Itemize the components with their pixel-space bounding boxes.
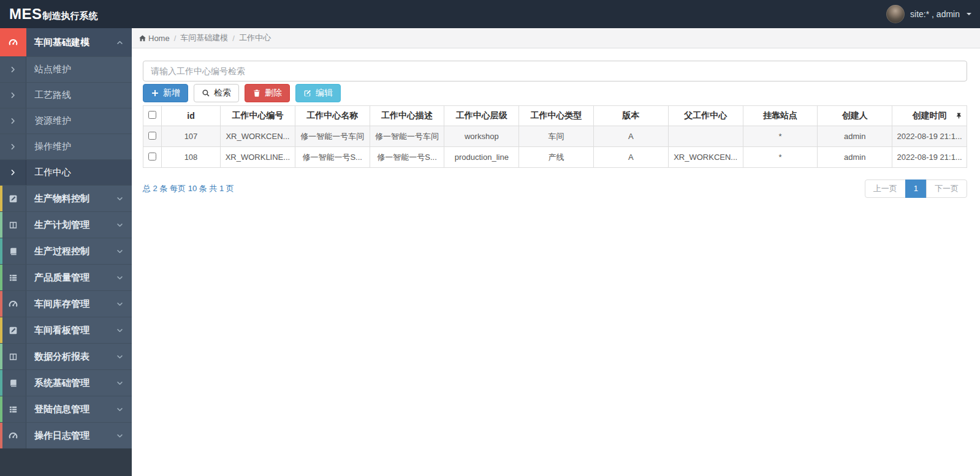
th-list-icon bbox=[0, 396, 26, 422]
toolbar: 新增 检索 删除 编辑 bbox=[143, 84, 967, 102]
chevron-down-icon bbox=[116, 265, 132, 290]
user-label: site:* , admin bbox=[910, 9, 960, 19]
breadcrumb-item-module[interactable]: 车间基础建模 bbox=[180, 32, 228, 43]
column-header[interactable]: 创建时间 bbox=[892, 106, 967, 126]
add-button[interactable]: 新增 bbox=[143, 84, 188, 102]
sidebar-group-product-quality-management[interactable]: 产品质量管理 bbox=[0, 264, 132, 290]
sidebar-group-workshop-kanban-management[interactable]: 车间看板管理 bbox=[0, 317, 132, 343]
brand-logo[interactable]: MES 制造执行系统 bbox=[9, 6, 98, 23]
table-cell: workshop bbox=[444, 126, 519, 147]
sidebar-group-label: 系统基础管理 bbox=[26, 370, 116, 396]
sidebar-group-system-basic-management[interactable]: 系统基础管理 bbox=[0, 369, 132, 396]
chevron-down-icon bbox=[116, 396, 132, 422]
work-center-table: id工作中心编号工作中心名称工作中心描述工作中心层级工作中心类型版本父工作中心挂… bbox=[143, 105, 967, 168]
table-cell: * bbox=[743, 126, 818, 147]
add-button-label: 新增 bbox=[163, 88, 180, 99]
prev-page-button[interactable]: 上一页 bbox=[865, 179, 906, 198]
column-header[interactable]: 工作中心类型 bbox=[519, 106, 594, 126]
sidebar-group-label: 生产计划管理 bbox=[26, 212, 116, 238]
sidebar-item-label: 工作中心 bbox=[26, 160, 132, 185]
search-input[interactable] bbox=[143, 61, 967, 81]
user-menu[interactable]: site:* , admin bbox=[886, 5, 971, 23]
select-all-checkbox[interactable] bbox=[148, 111, 156, 119]
sidebar-group-data-analysis-report[interactable]: 数据分析报表 bbox=[0, 343, 132, 369]
table-cell: 修一智能一号车间 bbox=[370, 126, 444, 147]
row-checkbox[interactable] bbox=[148, 132, 156, 140]
breadcrumb-home-link[interactable]: Home bbox=[139, 34, 170, 43]
book-icon bbox=[0, 370, 26, 396]
chevron-right-icon bbox=[0, 57, 26, 82]
group-color-strip bbox=[0, 423, 2, 448]
chevron-down-icon bbox=[116, 423, 132, 448]
sidebar-item-label: 站点维护 bbox=[26, 57, 132, 82]
tachometer-icon bbox=[0, 291, 26, 317]
table-cell bbox=[668, 126, 743, 147]
edit-icon bbox=[303, 89, 312, 97]
sidebar-group-login-info-management[interactable]: 登陆信息管理 bbox=[0, 396, 132, 422]
edit-button-label: 编辑 bbox=[316, 88, 333, 99]
top-bar: MES 制造执行系统 site:* , admin bbox=[0, 0, 980, 28]
sidebar-group-label: 产品质量管理 bbox=[26, 265, 116, 290]
table-cell: A bbox=[593, 126, 668, 147]
sidebar-item-label: 资源维护 bbox=[26, 108, 132, 134]
group-color-strip bbox=[0, 370, 2, 396]
column-header[interactable]: 工作中心编号 bbox=[221, 106, 295, 126]
column-header[interactable]: 挂靠站点 bbox=[743, 106, 818, 126]
delete-button[interactable]: 删除 bbox=[245, 84, 290, 102]
column-header-label: 工作中心编号 bbox=[232, 110, 283, 120]
sidebar-item-site-maintenance[interactable]: 站点维护 bbox=[0, 56, 132, 82]
sidebar-item-work-center[interactable]: 工作中心 bbox=[0, 159, 132, 185]
chevron-right-icon bbox=[0, 83, 26, 108]
sidebar-item-label: 工艺路线 bbox=[26, 83, 132, 108]
row-checkbox-cell bbox=[143, 126, 162, 147]
delete-button-label: 删除 bbox=[265, 88, 282, 99]
column-header[interactable]: 创建人 bbox=[818, 106, 892, 126]
sidebar-group-production-process-control[interactable]: 生产过程控制 bbox=[0, 238, 132, 264]
chevron-down-icon bbox=[116, 212, 132, 238]
column-header[interactable]: id bbox=[162, 106, 221, 126]
next-page-button[interactable]: 下一页 bbox=[926, 179, 967, 198]
sidebar-group-workshop-inventory-management[interactable]: 车间库存管理 bbox=[0, 290, 132, 317]
column-header-label: 工作中心层级 bbox=[456, 110, 507, 120]
sidebar-group-label: 数据分析报表 bbox=[26, 344, 116, 369]
column-header[interactable]: 工作中心名称 bbox=[295, 106, 370, 126]
sidebar: 车间基础建模站点维护工艺路线资源维护操作维护工作中心生产物料控制生产计划管理生产… bbox=[0, 28, 132, 476]
chevron-down-icon bbox=[116, 317, 132, 343]
sidebar-group-label: 车间基础建模 bbox=[26, 28, 116, 56]
column-header[interactable]: 工作中心描述 bbox=[370, 106, 444, 126]
sidebar-group-production-plan-management[interactable]: 生产计划管理 bbox=[0, 211, 132, 238]
sidebar-group-production-material-control[interactable]: 生产物料控制 bbox=[0, 185, 132, 211]
search-button[interactable]: 检索 bbox=[194, 84, 239, 102]
table-cell: 产线 bbox=[519, 147, 594, 168]
row-checkbox[interactable] bbox=[148, 153, 156, 161]
breadcrumb: Home / 车间基础建模 / 工作中心 bbox=[132, 28, 980, 48]
sidebar-item-resource-maintenance[interactable]: 资源维护 bbox=[0, 108, 132, 134]
column-header[interactable]: 工作中心层级 bbox=[444, 106, 519, 126]
sidebar-item-process-route[interactable]: 工艺路线 bbox=[0, 82, 132, 108]
sidebar-group-label: 生产过程控制 bbox=[26, 238, 116, 264]
edit-button[interactable]: 编辑 bbox=[295, 84, 341, 102]
table-cell: admin bbox=[818, 147, 892, 168]
sidebar-group-label: 生产物料控制 bbox=[26, 186, 116, 211]
sidebar-menu: 车间基础建模站点维护工艺路线资源维护操作维护工作中心生产物料控制生产计划管理生产… bbox=[0, 28, 132, 448]
pin-icon[interactable] bbox=[955, 113, 962, 119]
sidebar-group-operation-log-management[interactable]: 操作日志管理 bbox=[0, 422, 132, 448]
sidebar-group-label: 车间看板管理 bbox=[26, 317, 116, 343]
sidebar-group-label: 车间库存管理 bbox=[26, 291, 116, 317]
pagination-row: 总 2 条 每页 10 条 共 1 页 上一页 1 下一页 bbox=[143, 179, 967, 198]
table-cell: 修一智能一号S... bbox=[370, 147, 444, 168]
tachometer-icon bbox=[0, 28, 26, 56]
table-header-row: id工作中心编号工作中心名称工作中心描述工作中心层级工作中心类型版本父工作中心挂… bbox=[143, 106, 967, 126]
sidebar-item-operation-maintenance[interactable]: 操作维护 bbox=[0, 134, 132, 159]
page-1-button[interactable]: 1 bbox=[905, 179, 927, 198]
column-header[interactable]: 版本 bbox=[593, 106, 668, 126]
breadcrumb-current: 工作中心 bbox=[239, 32, 271, 43]
sidebar-group-workshop-basic-modeling[interactable]: 车间基础建模 bbox=[0, 28, 132, 56]
group-color-strip bbox=[0, 344, 2, 369]
column-header-label: 创建人 bbox=[842, 110, 868, 120]
avatar[interactable] bbox=[886, 5, 905, 23]
table-row[interactable]: 107XR_WORKCEN...修一智能一号车间修一智能一号车间workshop… bbox=[143, 126, 967, 147]
column-header[interactable]: 父工作中心 bbox=[668, 106, 743, 126]
select-all-header bbox=[143, 106, 162, 126]
table-row[interactable]: 108XR_WORKLINE...修一智能一号S...修一智能一号S...pro… bbox=[143, 147, 967, 168]
